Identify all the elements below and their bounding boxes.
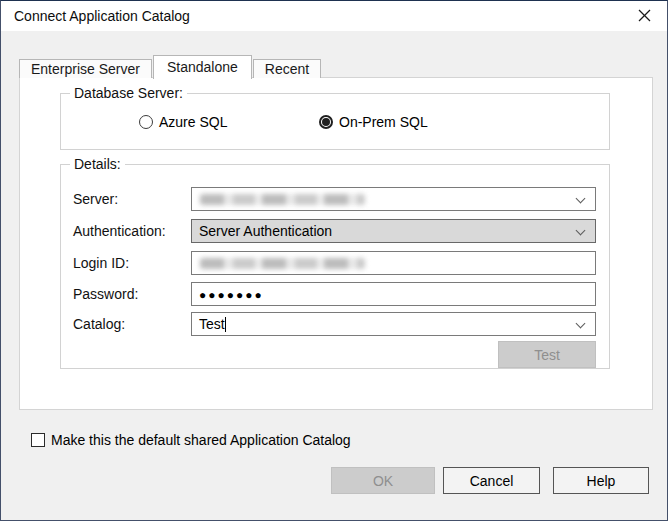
authentication-label: Authentication: bbox=[73, 219, 188, 243]
help-button[interactable]: Help bbox=[553, 467, 649, 494]
radio-azure-sql-circle-icon bbox=[139, 115, 153, 129]
authentication-value: Server Authentication bbox=[199, 223, 332, 239]
password-masked-value: ●●●●●●● bbox=[199, 288, 264, 302]
catalog-label: Catalog: bbox=[73, 312, 188, 336]
login-id-label: Login ID: bbox=[73, 251, 188, 275]
password-input[interactable]: ●●●●●●● bbox=[191, 282, 596, 306]
login-id-input[interactable] bbox=[191, 251, 596, 275]
server-combobox[interactable] bbox=[191, 187, 596, 211]
title-bar: Connect Application Catalog bbox=[1, 1, 667, 31]
password-label: Password: bbox=[73, 282, 188, 306]
text-caret bbox=[225, 317, 226, 332]
tab-standalone[interactable]: Standalone bbox=[153, 55, 252, 79]
connect-application-catalog-dialog: Connect Application Catalog Enterprise S… bbox=[0, 0, 668, 521]
close-icon bbox=[638, 9, 651, 22]
server-chevron-down-icon[interactable] bbox=[576, 194, 586, 204]
tab-strip: Enterprise Server Standalone Recent bbox=[19, 54, 322, 78]
catalog-combobox[interactable]: Test bbox=[191, 312, 596, 336]
dialog-title: Connect Application Catalog bbox=[14, 1, 190, 31]
catalog-value: Test bbox=[199, 316, 225, 332]
cancel-button[interactable]: Cancel bbox=[443, 467, 540, 494]
test-button[interactable]: Test bbox=[498, 341, 596, 368]
catalog-chevron-down-icon[interactable] bbox=[576, 319, 586, 329]
tab-enterprise-server[interactable]: Enterprise Server bbox=[19, 59, 152, 78]
server-redacted-value bbox=[200, 194, 365, 205]
radio-onprem-sql-circle-icon bbox=[319, 115, 333, 129]
radio-azure-sql[interactable]: Azure SQL bbox=[139, 114, 227, 130]
default-catalog-checkbox-row[interactable]: Make this the default shared Application… bbox=[31, 432, 351, 448]
checkbox-unchecked-icon[interactable] bbox=[31, 433, 45, 447]
database-server-groupbox: Database Server: Azure SQL On-Prem SQL bbox=[60, 93, 610, 150]
authentication-chevron-down-icon[interactable] bbox=[576, 226, 586, 236]
details-legend: Details: bbox=[70, 156, 125, 173]
radio-onprem-sql-label: On-Prem SQL bbox=[339, 114, 428, 130]
default-catalog-checkbox-label: Make this the default shared Application… bbox=[51, 432, 351, 448]
authentication-dropdown[interactable]: Server Authentication bbox=[191, 219, 596, 243]
server-label: Server: bbox=[73, 187, 188, 211]
radio-azure-sql-label: Azure SQL bbox=[159, 114, 227, 130]
tab-recent[interactable]: Recent bbox=[253, 59, 321, 78]
login-id-redacted-value bbox=[200, 258, 365, 269]
radio-onprem-sql[interactable]: On-Prem SQL bbox=[319, 114, 428, 130]
database-server-legend: Database Server: bbox=[70, 85, 187, 102]
close-button[interactable] bbox=[622, 1, 667, 30]
ok-button[interactable]: OK bbox=[331, 467, 435, 494]
